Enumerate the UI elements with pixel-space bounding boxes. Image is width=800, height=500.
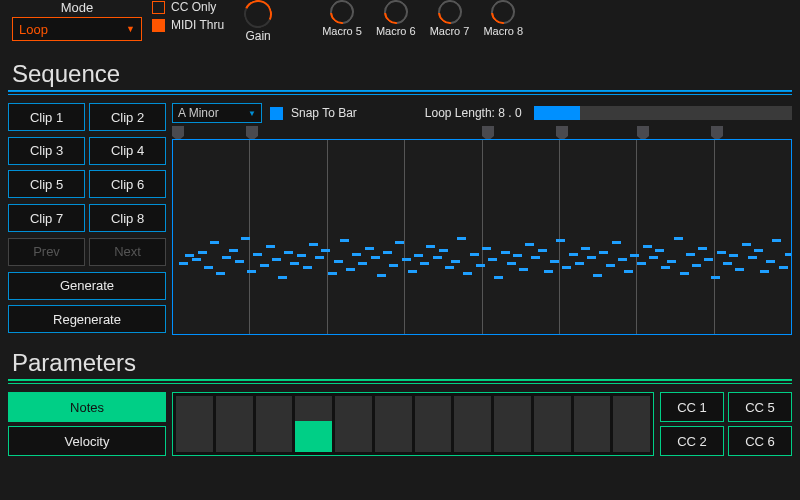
midi-note[interactable] <box>525 243 534 246</box>
clip-button-4[interactable]: Clip 4 <box>89 137 166 165</box>
midi-note[interactable] <box>420 262 429 265</box>
midi-note[interactable] <box>779 266 788 269</box>
midi-note[interactable] <box>711 276 720 279</box>
midi-note[interactable] <box>272 258 281 261</box>
midi-note[interactable] <box>531 256 540 259</box>
midi-note[interactable] <box>395 241 404 244</box>
midi-note[interactable] <box>723 262 732 265</box>
midi-note[interactable] <box>328 272 337 275</box>
clip-button-8[interactable]: Clip 8 <box>89 204 166 232</box>
midi-note[interactable] <box>538 249 547 252</box>
midi-note[interactable] <box>346 268 355 271</box>
midi-note[interactable] <box>334 260 343 263</box>
midi-note[interactable] <box>210 241 219 244</box>
loop-length-slider[interactable] <box>534 106 792 120</box>
midi-note[interactable] <box>704 258 713 261</box>
midi-note[interactable] <box>562 266 571 269</box>
midi-note[interactable] <box>340 239 349 242</box>
midi-note[interactable] <box>433 256 442 259</box>
macro-knob-8[interactable]: Macro 8 <box>483 0 523 37</box>
midi-note[interactable] <box>426 245 435 248</box>
midi-note[interactable] <box>377 274 386 277</box>
tab-velocity[interactable]: Velocity <box>8 426 166 456</box>
macro-knob-5[interactable]: Macro 5 <box>322 0 362 37</box>
cc-button-cc1[interactable]: CC 1 <box>660 392 724 422</box>
generate-button[interactable]: Generate <box>8 272 166 300</box>
midi-note[interactable] <box>686 253 695 256</box>
midi-note[interactable] <box>649 256 658 259</box>
midi-note[interactable] <box>260 264 269 267</box>
midi-note[interactable] <box>748 256 757 259</box>
midi-note[interactable] <box>253 253 262 256</box>
bar-slider-3[interactable] <box>256 396 293 452</box>
midi-note[interactable] <box>735 268 744 271</box>
key-select[interactable]: A Minor ▼ <box>172 103 262 123</box>
midi-note[interactable] <box>179 262 188 265</box>
midi-note[interactable] <box>402 258 411 261</box>
midi-note[interactable] <box>222 256 231 259</box>
midi-note[interactable] <box>315 256 324 259</box>
midi-note[interactable] <box>352 253 361 256</box>
timeline-marker[interactable] <box>711 126 723 136</box>
midi-note[interactable] <box>772 239 781 242</box>
midi-note[interactable] <box>216 272 225 275</box>
midi-note[interactable] <box>389 264 398 267</box>
midi-note[interactable] <box>278 276 287 279</box>
midi-note[interactable] <box>365 247 374 250</box>
parameter-bars[interactable] <box>172 392 654 456</box>
midi-note[interactable] <box>519 268 528 271</box>
midi-note[interactable] <box>192 258 201 261</box>
midi-note[interactable] <box>637 262 646 265</box>
midi-note[interactable] <box>241 237 250 240</box>
midi-note[interactable] <box>692 264 701 267</box>
prev-button[interactable]: Prev <box>8 238 85 266</box>
midi-note[interactable] <box>643 245 652 248</box>
midi-note[interactable] <box>742 243 751 246</box>
midi-note[interactable] <box>383 251 392 254</box>
midi-note[interactable] <box>284 251 293 254</box>
midi-note[interactable] <box>698 247 707 250</box>
midi-note[interactable] <box>513 254 522 257</box>
midi-note[interactable] <box>667 260 676 263</box>
clip-button-7[interactable]: Clip 7 <box>8 204 85 232</box>
midi-note[interactable] <box>766 260 775 263</box>
midi-note[interactable] <box>575 262 584 265</box>
midi-note[interactable] <box>482 247 491 250</box>
midi-note[interactable] <box>655 249 664 252</box>
cc-button-cc5[interactable]: CC 5 <box>728 392 792 422</box>
midi-note[interactable] <box>599 251 608 254</box>
midi-note[interactable] <box>488 258 497 261</box>
midi-note[interactable] <box>185 254 194 257</box>
midi-note[interactable] <box>760 270 769 273</box>
bar-slider-5[interactable] <box>335 396 372 452</box>
midi-note[interactable] <box>550 260 559 263</box>
regenerate-button[interactable]: Regenerate <box>8 305 166 333</box>
bar-slider-11[interactable] <box>574 396 611 452</box>
cc-only-checkbox[interactable]: CC Only <box>152 0 224 14</box>
snap-to-bar-checkbox[interactable] <box>270 107 283 120</box>
next-button[interactable]: Next <box>89 238 166 266</box>
midi-note[interactable] <box>290 262 299 265</box>
clip-button-3[interactable]: Clip 3 <box>8 137 85 165</box>
bar-slider-9[interactable] <box>494 396 531 452</box>
bar-slider-4[interactable] <box>295 396 332 452</box>
clip-button-2[interactable]: Clip 2 <box>89 103 166 131</box>
midi-thru-checkbox[interactable]: MIDI Thru <box>152 18 224 32</box>
midi-note[interactable] <box>303 266 312 269</box>
midi-note[interactable] <box>624 270 633 273</box>
midi-note[interactable] <box>358 262 367 265</box>
midi-note[interactable] <box>661 266 670 269</box>
midi-note[interactable] <box>593 274 602 277</box>
midi-note[interactable] <box>785 253 792 256</box>
midi-note[interactable] <box>717 251 726 254</box>
midi-note[interactable] <box>457 237 466 240</box>
midi-note[interactable] <box>544 270 553 273</box>
midi-note[interactable] <box>470 253 479 256</box>
mode-select[interactable]: Loop ▼ <box>12 17 142 41</box>
midi-note[interactable] <box>439 249 448 252</box>
midi-note[interactable] <box>680 272 689 275</box>
bar-slider-12[interactable] <box>613 396 650 452</box>
midi-note[interactable] <box>476 264 485 267</box>
midi-note[interactable] <box>451 260 460 263</box>
bar-slider-6[interactable] <box>375 396 412 452</box>
